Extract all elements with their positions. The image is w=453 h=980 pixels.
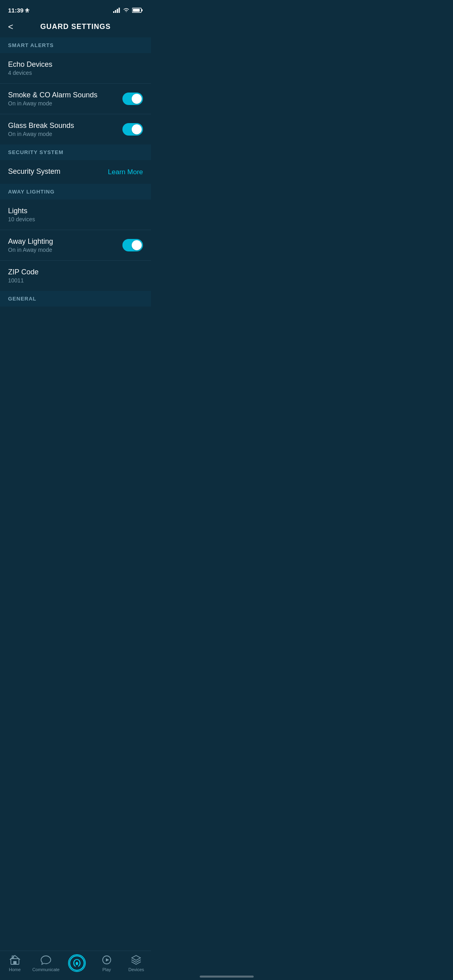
away-lighting-content: Lights 10 devices Away Lighting On in Aw… bbox=[0, 200, 151, 291]
away-lighting-section-header: AWAY LIGHTING bbox=[0, 184, 151, 200]
page-title: GUARD SETTINGS bbox=[40, 23, 111, 31]
svg-rect-3 bbox=[119, 8, 120, 13]
security-system-content: Security System Learn More bbox=[0, 160, 151, 184]
time-display: 11:39 bbox=[8, 7, 23, 14]
smoke-alarm-title: Smoke & CO Alarm Sounds bbox=[8, 91, 122, 99]
svg-rect-0 bbox=[113, 11, 114, 13]
smart-alerts-content: Echo Devices 4 devices Smoke & CO Alarm … bbox=[0, 53, 151, 144]
status-icons bbox=[113, 8, 143, 13]
echo-devices-subtitle: 4 devices bbox=[8, 70, 143, 76]
signal-icon bbox=[113, 8, 120, 13]
security-system-section-header: SECURITY SYSTEM bbox=[0, 144, 151, 160]
general-section-header: GENERAL bbox=[0, 291, 151, 307]
glass-break-title: Glass Break Sounds bbox=[8, 121, 122, 130]
lights-subtitle: 10 devices bbox=[8, 216, 143, 222]
away-lighting-item: Away Lighting On in Away mode bbox=[0, 230, 151, 261]
svg-rect-2 bbox=[117, 9, 118, 13]
status-time: 11:39 bbox=[8, 7, 29, 14]
security-system-title: Security System bbox=[8, 167, 108, 176]
learn-more-link[interactable]: Learn More bbox=[108, 168, 143, 176]
echo-devices-title: Echo Devices bbox=[8, 60, 143, 69]
echo-devices-item[interactable]: Echo Devices 4 devices bbox=[0, 53, 151, 84]
glass-break-item: Glass Break Sounds On in Away mode bbox=[0, 114, 151, 144]
main-content: SMART ALERTS Echo Devices 4 devices Smok… bbox=[0, 37, 151, 343]
away-lighting-toggle[interactable] bbox=[122, 239, 143, 251]
svg-rect-6 bbox=[133, 9, 140, 12]
svg-rect-5 bbox=[142, 9, 143, 11]
zip-code-title: ZIP Code bbox=[8, 268, 143, 276]
svg-rect-1 bbox=[115, 10, 116, 13]
zip-code-value: 10011 bbox=[8, 277, 143, 284]
status-bar: 11:39 bbox=[0, 0, 151, 18]
glass-break-toggle[interactable] bbox=[122, 123, 143, 136]
back-button[interactable]: < bbox=[8, 22, 13, 32]
security-system-item[interactable]: Security System Learn More bbox=[0, 160, 151, 184]
battery-icon bbox=[132, 8, 143, 13]
smoke-alarm-item: Smoke & CO Alarm Sounds On in Away mode bbox=[0, 84, 151, 114]
wifi-icon bbox=[123, 8, 130, 13]
location-icon bbox=[25, 8, 29, 12]
lights-title: Lights bbox=[8, 207, 143, 215]
nav-header: < GUARD SETTINGS bbox=[0, 18, 151, 37]
away-lighting-subtitle: On in Away mode bbox=[8, 247, 122, 253]
smart-alerts-section-header: SMART ALERTS bbox=[0, 37, 151, 53]
smoke-alarm-subtitle: On in Away mode bbox=[8, 100, 122, 107]
lights-item[interactable]: Lights 10 devices bbox=[0, 200, 151, 230]
away-lighting-title: Away Lighting bbox=[8, 237, 122, 246]
glass-break-subtitle: On in Away mode bbox=[8, 131, 122, 137]
smoke-alarm-toggle[interactable] bbox=[122, 93, 143, 105]
zip-code-item[interactable]: ZIP Code 10011 bbox=[0, 261, 151, 291]
